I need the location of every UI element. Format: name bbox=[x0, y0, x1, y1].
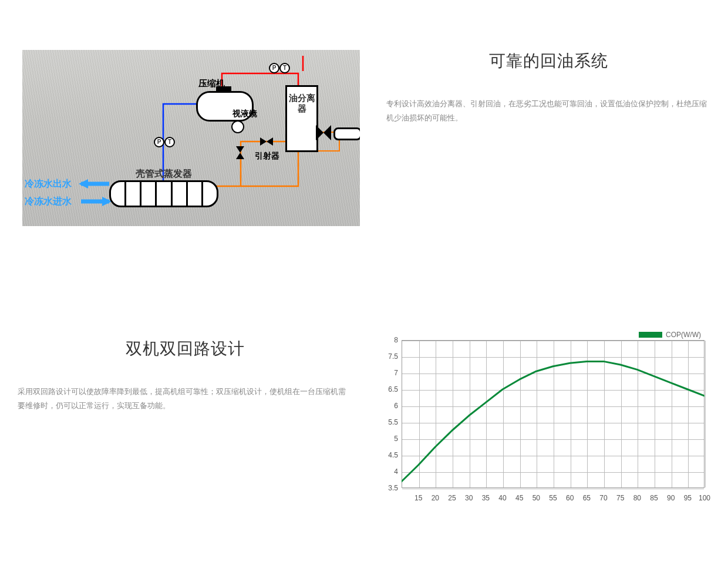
chilled-water-in-label: 冷冻水进水 bbox=[25, 196, 72, 208]
y-tick: 5 bbox=[376, 435, 398, 443]
x-tick: 20 bbox=[432, 494, 439, 502]
pressure-gauge-icon: P bbox=[154, 137, 164, 147]
chilled-water-out-label: 冷冻水出水 bbox=[25, 178, 72, 190]
sight-glass-icon bbox=[231, 120, 244, 133]
section1-title: 可靠的回油系统 bbox=[386, 50, 710, 72]
y-tick: 7.5 bbox=[376, 352, 398, 361]
x-tick: 15 bbox=[414, 494, 422, 502]
cop-chart: COP(W/W) 3.544.555.566.577.5815202530354… bbox=[376, 338, 705, 502]
x-tick: 25 bbox=[448, 494, 456, 502]
chart-legend: COP(W/W) bbox=[639, 331, 701, 339]
legend-label: COP(W/W) bbox=[666, 331, 701, 339]
x-tick: 40 bbox=[498, 494, 506, 502]
section2-desc: 采用双回路设计可以使故障率降到最低，提高机组可靠性；双压缩机设计，使机组在一台压… bbox=[18, 385, 352, 413]
x-tick: 75 bbox=[616, 494, 624, 502]
temperature-gauge-icon: T bbox=[279, 63, 290, 73]
y-tick: 3.5 bbox=[376, 484, 398, 492]
sight-glass-label: 视液镜 bbox=[232, 109, 257, 119]
x-tick: 50 bbox=[532, 494, 540, 502]
x-tick: 90 bbox=[667, 494, 675, 502]
y-tick: 4 bbox=[376, 467, 398, 476]
x-tick: 30 bbox=[465, 494, 473, 502]
svg-marker-4 bbox=[316, 125, 323, 140]
valve-icon bbox=[236, 146, 244, 159]
ejector-label: 引射器 bbox=[255, 151, 279, 162]
evaporator-symbol: 壳管式蒸发器 bbox=[109, 180, 218, 207]
svg-marker-1 bbox=[79, 179, 88, 189]
pressure-gauge-icon: P bbox=[269, 63, 279, 73]
x-tick: 65 bbox=[583, 494, 591, 502]
x-tick: 35 bbox=[482, 494, 490, 502]
y-tick: 7 bbox=[376, 369, 398, 377]
oil-separator-label: 油分离器 bbox=[287, 87, 316, 114]
legend-swatch bbox=[639, 332, 662, 338]
filter-icon bbox=[333, 127, 360, 140]
valve-icon bbox=[260, 137, 273, 146]
svg-marker-5 bbox=[323, 125, 331, 140]
y-tick: 5.5 bbox=[376, 418, 398, 426]
y-tick: 8 bbox=[376, 336, 398, 344]
x-tick: 55 bbox=[549, 494, 557, 502]
x-tick: 100 bbox=[699, 494, 710, 502]
oil-return-diagram: 压缩机 P T 油分离器 视液镜 P T 引射器 bbox=[22, 50, 360, 226]
section1-desc: 专利设计高效油分离器、引射回油，在恶劣工况也能可靠回油，设置低油位保护控制，杜绝… bbox=[386, 97, 710, 125]
x-tick: 45 bbox=[515, 494, 523, 502]
x-tick: 80 bbox=[633, 494, 641, 502]
expansion-valve-icon bbox=[316, 125, 331, 140]
temperature-gauge-icon: T bbox=[164, 137, 175, 147]
compressor-label: 压缩机 bbox=[198, 78, 225, 89]
x-tick: 95 bbox=[684, 494, 692, 502]
x-tick: 85 bbox=[650, 494, 658, 502]
x-tick: 70 bbox=[599, 494, 607, 502]
y-tick: 6.5 bbox=[376, 385, 398, 393]
y-tick: 4.5 bbox=[376, 451, 398, 459]
y-tick: 6 bbox=[376, 402, 398, 410]
evaporator-label: 壳管式蒸发器 bbox=[111, 168, 217, 180]
x-tick: 60 bbox=[566, 494, 574, 502]
oil-separator-symbol: 油分离器 bbox=[285, 85, 318, 152]
section2-title: 双机双回路设计 bbox=[18, 338, 352, 360]
